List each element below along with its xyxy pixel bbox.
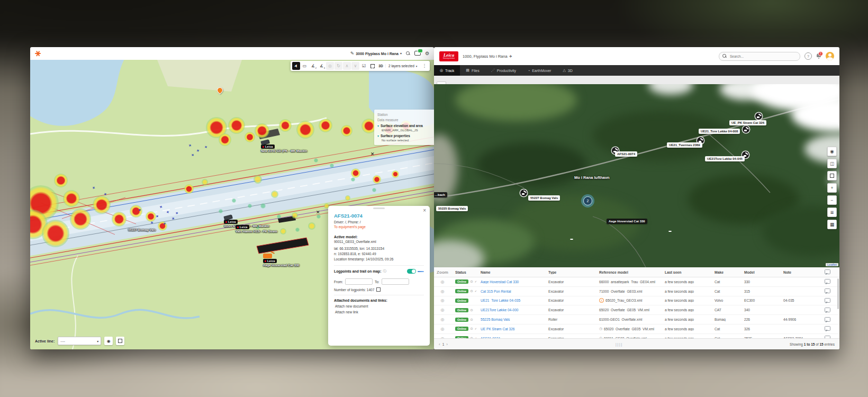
excavator-icon[interactable] xyxy=(743,126,749,133)
zoom-to-logpoints-icon[interactable] xyxy=(376,287,381,292)
machine-marker[interactable]: Leica New 234S GD (PK - MK Maskin xyxy=(261,140,307,152)
zoom-to-unit-icon[interactable]: ◎ xyxy=(434,327,451,331)
unit-name-link[interactable]: UE21Tore Løkke 04-000 xyxy=(481,308,518,312)
unit-label[interactable]: UE21_Tverrnes 2369 xyxy=(667,142,702,148)
zoom-out-button[interactable]: − xyxy=(827,195,837,205)
right-map[interactable]: UE_PK Strøm Cat 326UE21_Tore Løkke 04-00… xyxy=(434,84,839,267)
unit-label[interactable]: UE_PK Strøm Cat 326 xyxy=(729,120,766,125)
unit-label[interactable]: 55225 Bomag Vals xyxy=(436,206,468,211)
map-attribution[interactable]: Leaflet xyxy=(826,263,838,266)
excavator-icon[interactable] xyxy=(520,190,527,196)
chat-icon[interactable] xyxy=(825,308,830,312)
visibility-icon[interactable]: ⊙ xyxy=(470,318,473,322)
layers-dropdown[interactable]: 2 layers selected ▾ xyxy=(385,64,420,68)
surface-properties-section[interactable]: ▾ Surface properties xyxy=(377,134,431,138)
zoom-to-unit-icon[interactable]: ◎ xyxy=(434,317,451,322)
tab-files[interactable]: ▤ Files xyxy=(460,65,485,76)
surface-elevation-section[interactable]: ▾ Surface elevation and area xyxy=(377,124,431,128)
footer-link[interactable] xyxy=(621,342,622,346)
unit-label[interactable]: AFS21-0074 xyxy=(615,151,637,157)
table-scrollbar[interactable] xyxy=(837,278,839,309)
notifications-button[interactable] xyxy=(414,51,421,56)
to-date-input[interactable] xyxy=(382,278,409,285)
measure-2-tool[interactable]: ∡2 xyxy=(309,62,317,70)
basemap-button[interactable]: ▦ xyxy=(827,220,837,229)
equipment-page-link[interactable]: To equipment's page xyxy=(334,225,366,229)
chat-icon[interactable] xyxy=(825,326,830,331)
notifications-bell[interactable]: 5 xyxy=(816,53,821,59)
legend-button[interactable]: ≣ xyxy=(827,207,837,217)
gear-icon[interactable]: ⚙ xyxy=(425,51,429,56)
search-input[interactable] xyxy=(729,54,784,59)
unit-name-link[interactable]: 55225 Bomag Vals xyxy=(481,318,510,321)
visibility-icon[interactable]: ⊙ xyxy=(470,327,473,331)
help-button[interactable]: ? xyxy=(804,52,812,60)
visibility-icon[interactable]: ⊙ xyxy=(470,308,473,312)
avatar[interactable] xyxy=(826,52,834,60)
leica-logo[interactable]: Leica Geosystems xyxy=(439,51,458,61)
machine-marker[interactable]: Leica Aage Hoverstad Cat 330 xyxy=(263,254,300,267)
chat-icon[interactable] xyxy=(825,298,830,303)
fit-extent-button[interactable] xyxy=(116,337,124,345)
profile-down-tool[interactable]: ∨ xyxy=(351,62,359,70)
prev-page-button[interactable]: ‹ xyxy=(439,342,440,347)
machine-marker[interactable]: Leica Vals Hamm H13i - PK Strøm xyxy=(236,225,277,233)
area-select-tool[interactable]: ☑ xyxy=(360,62,368,70)
unit-label[interactable]: …bach xyxy=(434,192,447,197)
UE PK Strøm Cat 326[interactable]: ◎ Online ⊙ ✓ UE PK Strøm Cat 326 Excavat… xyxy=(434,324,839,334)
more-menu-button[interactable]: ⋮ xyxy=(420,62,428,70)
selected-unit-marker[interactable]: 2 xyxy=(583,196,592,205)
unit-name-link[interactable]: Aage Hoverstad Cat 330 xyxy=(481,280,519,284)
unit-name-link[interactable]: Cat 315 Pon Rental xyxy=(481,290,511,293)
Aage Hoverstad Cat 330[interactable]: ◎ Online ⊙ ✓ Aage Hoverstad Cat 330 Exca… xyxy=(434,277,839,287)
attach-document-link[interactable]: Attach new document xyxy=(335,304,424,308)
visibility-icon[interactable]: ⊙ xyxy=(470,279,473,284)
profile-up-tool[interactable]: ∧ xyxy=(343,62,351,70)
locate-button[interactable]: ◉ xyxy=(827,147,837,156)
info-icon[interactable]: ⓘ xyxy=(383,269,387,274)
machine-marker[interactable]: 55227 Bomag Vals xyxy=(128,228,156,231)
unit-label[interactable]: UE21Tore Løkke 04-045 xyxy=(705,156,745,161)
unit-label[interactable]: Aage Hoverstad Cat 330 xyxy=(607,219,647,224)
active-line-select[interactable]: ---- ▾ xyxy=(58,337,101,345)
excavator-icon[interactable] xyxy=(755,113,762,120)
left-map[interactable]: ××××××××××××××✕✕ Leica New 234S GD (PK -… xyxy=(30,60,434,349)
data-measure-option[interactable]: Data measure xyxy=(377,118,431,122)
rotate-tool[interactable]: ↻ xyxy=(334,62,342,70)
unit-label[interactable]: 55227 Bomag Vals xyxy=(528,195,560,201)
unit-name-link[interactable]: UE PK Strøm Cat 326 xyxy=(481,327,515,331)
unit-label[interactable]: UE21_Tore Løkke 04-008 xyxy=(699,129,740,134)
tab-productivity[interactable]: ⋰ Productivity xyxy=(485,65,522,76)
distance-measure-tool[interactable]: ▭ xyxy=(301,62,309,70)
popup-drag-handle[interactable] xyxy=(373,207,385,209)
55225 Bomag Vals[interactable]: ◎ Online ⊙ ✓ 55225 Bomag Vals Roller ! ◷… xyxy=(434,315,839,324)
current-page[interactable]: 1 xyxy=(442,342,445,346)
zoom-in-button[interactable]: + xyxy=(827,183,837,193)
select-tool[interactable]: ➤ xyxy=(292,62,300,70)
fit-extent-button[interactable] xyxy=(827,171,837,181)
left-app-logo[interactable] xyxy=(35,51,41,57)
chat-icon[interactable] xyxy=(825,317,830,322)
station-tool[interactable]: ◎ xyxy=(326,62,334,70)
tab-track[interactable]: ◎ Track xyxy=(434,65,460,76)
project-selector[interactable]: ✎ 3000 Flyplass Mo i Rana ▾ xyxy=(350,51,402,56)
chat-icon[interactable] xyxy=(825,279,830,284)
zoom-to-unit-icon[interactable]: ◎ xyxy=(434,279,451,284)
tab-3d[interactable]: △ 3D xyxy=(557,65,578,76)
unit-name-link[interactable]: UE21_Tore Løkke 04-035 xyxy=(481,299,520,302)
UE21Tore Løkke 04-000[interactable]: ◎ Online ⊙ ✓ UE21Tore Løkke 04-000 Excav… xyxy=(434,305,839,315)
zoom-to-unit-icon[interactable]: ◎ xyxy=(434,298,451,303)
zoom-to-unit-icon[interactable]: ◎ xyxy=(434,289,451,294)
measure-3-tool[interactable]: ∡3 xyxy=(318,62,326,70)
station-option[interactable]: Station xyxy=(377,113,431,116)
attach-link-link[interactable]: Attach new link xyxy=(335,310,424,314)
chat-icon[interactable] xyxy=(825,288,830,293)
logpoints-toggle[interactable] xyxy=(407,269,416,274)
fit-view-button[interactable] xyxy=(368,62,376,70)
Cat 315 Pon Rental[interactable]: ◎ Online ⊙ ✓ Cat 315 Pon Rental Excavato… xyxy=(434,287,839,296)
3d-toggle[interactable]: 3D xyxy=(377,62,385,70)
close-icon[interactable]: × xyxy=(423,208,426,213)
visibility-icon[interactable]: ⊙ xyxy=(470,289,473,293)
from-date-input[interactable] xyxy=(345,278,373,285)
UE21_Tore Løkke 04-035[interactable]: ◎ Online ⊙ ✓ UE21_Tore Løkke 04-035 Exca… xyxy=(434,296,839,306)
